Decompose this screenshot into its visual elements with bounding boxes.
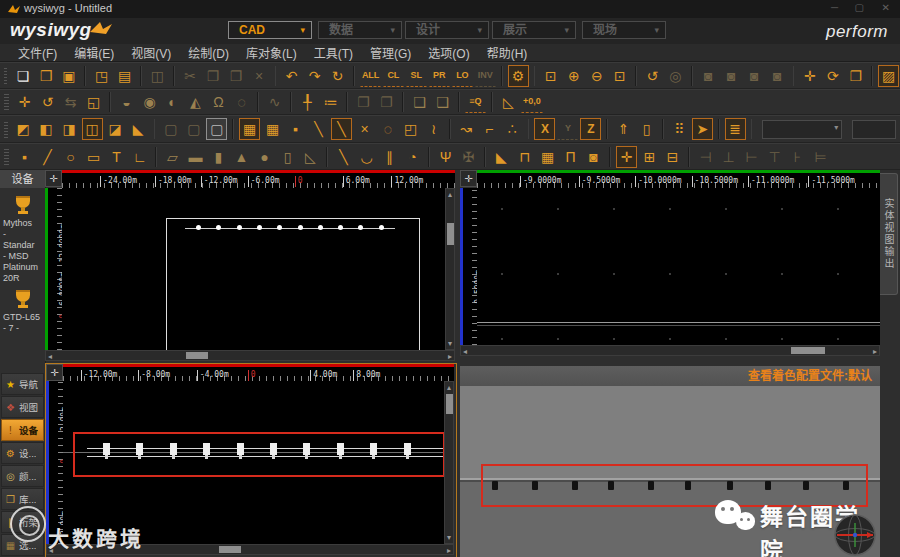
menu-管理(G)[interactable]: 管理(G) bbox=[370, 44, 411, 61]
select-previous-button[interactable]: PR bbox=[429, 65, 450, 87]
plane-solid-icon[interactable]: ▱ bbox=[162, 146, 183, 168]
point-draw-icon[interactable]: ▪ bbox=[14, 146, 35, 168]
undo-icon[interactable]: ↶ bbox=[281, 65, 302, 87]
group-icon[interactable]: ❑ bbox=[409, 91, 430, 113]
ghost-cube-2-icon[interactable]: ▢ bbox=[183, 118, 204, 140]
duplicate-special-icon[interactable]: ❐ bbox=[376, 91, 397, 113]
distribute-v-icon[interactable]: ⊨ bbox=[810, 146, 831, 168]
fixture-insert-icon[interactable]: Ψ bbox=[435, 146, 456, 168]
3d-export-icon[interactable]: ◫ bbox=[147, 65, 168, 87]
zoom-selected-icon[interactable]: ◎ bbox=[665, 65, 686, 87]
iso-view-active-icon[interactable]: ◫ bbox=[82, 118, 103, 140]
dimension-icon[interactable]: ∟ bbox=[129, 146, 150, 168]
sheet-surface-icon[interactable]: ◭ bbox=[185, 91, 206, 113]
nav-gizmo[interactable] bbox=[832, 513, 878, 557]
value-field[interactable] bbox=[852, 120, 896, 139]
hang-position-icon[interactable]: ╀ bbox=[297, 91, 318, 113]
viewport-br-canvas[interactable]: 舞台圈学院 bbox=[460, 386, 880, 557]
arc-icon[interactable]: ◡ bbox=[356, 146, 377, 168]
print-preview-icon[interactable]: ◳ bbox=[91, 65, 112, 87]
viewport-bl-axis-icon[interactable]: ✛ bbox=[46, 364, 63, 381]
paste-icon[interactable]: ❐ bbox=[226, 65, 247, 87]
delete-icon[interactable]: × bbox=[249, 65, 270, 87]
panel-solid-icon[interactable]: ▯ bbox=[277, 146, 298, 168]
iso-view-se-icon[interactable]: ◪ bbox=[105, 118, 126, 140]
align-top-icon[interactable]: ⊤ bbox=[764, 146, 785, 168]
pan-hand-icon[interactable]: ✛ bbox=[799, 65, 820, 87]
wedge-view-icon[interactable]: ◣ bbox=[128, 118, 149, 140]
polyline-icon[interactable]: ↝ bbox=[456, 118, 477, 140]
fixture-type-icon[interactable] bbox=[14, 290, 32, 310]
plumb-icon[interactable]: ▯ bbox=[636, 118, 657, 140]
sync-views-icon[interactable]: ⟳ bbox=[822, 65, 843, 87]
sphere-group-icon[interactable]: ◉ bbox=[139, 91, 160, 113]
viewport-tr-canvas[interactable] bbox=[477, 188, 880, 345]
rect-draw-icon[interactable]: ▭ bbox=[83, 146, 104, 168]
iso-view-ne-icon[interactable]: ◩ bbox=[13, 118, 34, 140]
pie-icon[interactable]: ◔ bbox=[402, 146, 423, 168]
toolbar-grip[interactable] bbox=[4, 148, 9, 166]
print-icon[interactable]: ▤ bbox=[114, 65, 135, 87]
zoom-in-icon[interactable]: ⊕ bbox=[563, 65, 584, 87]
layer-combobox[interactable]: ▾ bbox=[762, 120, 842, 139]
axis-y-button[interactable]: Y bbox=[557, 118, 578, 140]
sidebar-item-设[interactable]: ⚙设... bbox=[1, 442, 44, 464]
mode-tab-设计[interactable]: 设计▾ bbox=[405, 21, 489, 39]
mode-tab-CAD[interactable]: CAD▾ bbox=[228, 21, 312, 39]
diagonal-draw-icon[interactable]: ╲ bbox=[308, 118, 329, 140]
render-image-icon[interactable]: ▨ bbox=[878, 65, 899, 87]
select-clear-button[interactable]: CL bbox=[383, 65, 404, 87]
select-all-button[interactable]: ALL bbox=[360, 65, 381, 87]
open-file-icon[interactable]: ❒ bbox=[35, 65, 56, 87]
select-last-button[interactable]: SL bbox=[406, 65, 427, 87]
zoom-window-icon[interactable]: ⊡ bbox=[609, 65, 630, 87]
mirror-tool-icon[interactable]: ⇆ bbox=[60, 91, 81, 113]
minimize-button[interactable]: ─ bbox=[831, 2, 838, 13]
truss-mode-icon[interactable]: ≣ bbox=[725, 118, 746, 140]
solid-view-output-tab[interactable]: 实体视图输出 bbox=[880, 173, 898, 295]
curtain-icon[interactable]: Π bbox=[560, 146, 581, 168]
viewport-bl-vscrollbar[interactable]: ▴▾ bbox=[444, 381, 454, 544]
sphere-solid-icon[interactable]: ● bbox=[254, 146, 275, 168]
text-draw-icon[interactable]: T bbox=[106, 146, 127, 168]
menu-库对象(L)[interactable]: 库对象(L) bbox=[246, 44, 297, 61]
add-camera-icon[interactable]: ◙ bbox=[583, 146, 604, 168]
cascade-windows-icon[interactable]: ❐ bbox=[845, 65, 866, 87]
truss-draw-icon[interactable]: ∥ bbox=[379, 146, 400, 168]
menu-绘制(D)[interactable]: 绘制(D) bbox=[188, 44, 229, 61]
fixture-type-icon[interactable] bbox=[14, 196, 32, 216]
align-bottom-icon[interactable]: ⊥ bbox=[718, 146, 739, 168]
copy-icon[interactable]: ❐ bbox=[203, 65, 224, 87]
line-draw-icon[interactable]: ╱ bbox=[37, 146, 58, 168]
led-wall-icon[interactable]: ▦ bbox=[537, 146, 558, 168]
viewport-tl-vscrollbar[interactable]: ▴▾ bbox=[445, 188, 455, 350]
axis-x-button[interactable]: X bbox=[534, 118, 555, 140]
sidebar-item-设备[interactable]: !设备 bbox=[1, 419, 44, 441]
viewport-bl-canvas[interactable] bbox=[63, 381, 444, 544]
quick-focus-icon[interactable]: ≡Q bbox=[465, 91, 486, 113]
select-lasso-button[interactable]: LO bbox=[452, 65, 473, 87]
align-move-icon[interactable]: ⊞ bbox=[639, 146, 660, 168]
menu-选项(O)[interactable]: 选项(O) bbox=[428, 44, 469, 61]
save-file-icon[interactable]: ▣ bbox=[58, 65, 79, 87]
diagonal-draw-active-icon[interactable]: ╲ bbox=[331, 118, 352, 140]
ghost-cube-1-icon[interactable]: ▢ bbox=[160, 118, 181, 140]
menu-视图(V)[interactable]: 视图(V) bbox=[131, 44, 171, 61]
camera-view-3-icon[interactable]: ◙ bbox=[744, 65, 765, 87]
axis-z-button[interactable]: Z bbox=[580, 118, 601, 140]
scale-tool-icon[interactable]: ◱ bbox=[83, 91, 104, 113]
spline-icon[interactable]: ∿ bbox=[264, 91, 285, 113]
mode-tab-数据[interactable]: 数据▾ bbox=[318, 21, 402, 39]
circle-draw-icon[interactable]: ○ bbox=[60, 146, 81, 168]
camera-view-1-icon[interactable]: ◙ bbox=[698, 65, 719, 87]
ghost-cube-3-icon[interactable]: ▢ bbox=[206, 118, 227, 140]
menu-文件(F)[interactable]: 文件(F) bbox=[18, 44, 57, 61]
points-icon[interactable]: ∴ bbox=[502, 118, 523, 140]
loft-icon[interactable]: ◌ bbox=[231, 91, 252, 113]
iso-view-nw-icon[interactable]: ◧ bbox=[36, 118, 57, 140]
elevation-icon[interactable]: ⇑ bbox=[613, 118, 634, 140]
toolbar-grip[interactable] bbox=[4, 94, 9, 111]
elbow-icon[interactable]: ⌐ bbox=[479, 118, 500, 140]
menu-工具(T)[interactable]: 工具(T) bbox=[314, 44, 353, 61]
select-cursor-icon[interactable]: ➤ bbox=[692, 118, 713, 140]
